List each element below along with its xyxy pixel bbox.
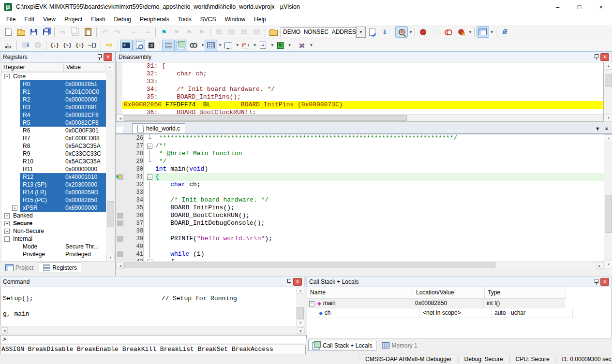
disassembly-horizontal-scrollbar[interactable]: ◀: [117, 114, 603, 121]
scrollbar-thumb[interactable]: [124, 115, 407, 121]
clear-bookmarks-button[interactable]: [196, 27, 208, 37]
serial-dropdown-arrow[interactable]: ▼: [236, 43, 239, 47]
fold-margin[interactable]: [147, 134, 153, 142]
disable-all-breakpoints-button[interactable]: [443, 27, 454, 37]
callstack-row[interactable]: −◆main0x00082850int f(): [307, 299, 611, 308]
register-row[interactable]: −Internal: [1, 235, 106, 243]
register-row[interactable]: −Core: [1, 73, 106, 80]
scroll-up-button[interactable]: ▲: [297, 287, 304, 294]
breakpoint-margin[interactable]: [116, 189, 125, 196]
register-row[interactable]: R70xE000ED08: [1, 134, 106, 142]
disassembly-line[interactable]: 31: {: [122, 62, 603, 70]
fold-margin[interactable]: [147, 165, 153, 173]
register-row[interactable]: R80x5AC3C35A: [1, 142, 106, 150]
fold-margin[interactable]: [147, 204, 153, 212]
breakpoint-margin[interactable]: [116, 134, 125, 142]
trace-window-button[interactable]: [257, 40, 269, 51]
pin-icon[interactable]: [97, 54, 102, 60]
editor-line[interactable]: 32 char ch;: [116, 181, 604, 189]
fold-collapse-icon[interactable]: −: [147, 144, 152, 149]
disassembly-line[interactable]: 32: char ch;: [122, 70, 603, 78]
fold-margin[interactable]: [147, 235, 153, 243]
register-row[interactable]: R90xC33CC33C: [1, 150, 106, 158]
register-row[interactable]: R50x00082CF8: [1, 119, 106, 127]
analysis-dropdown-arrow[interactable]: ▼: [253, 43, 257, 47]
scrollbar-thumb[interactable]: [605, 195, 612, 233]
enable-breakpoint-button[interactable]: [430, 27, 442, 37]
editor-line[interactable]: 41 while (1): [116, 250, 604, 258]
callstack-window-button[interactable]: [175, 40, 187, 51]
scroll-up-button[interactable]: ▲: [605, 134, 612, 142]
step-out-button[interactable]: {↑}: [74, 40, 86, 51]
callstack-close-button[interactable]: x: [600, 278, 609, 286]
redo-button[interactable]: [112, 27, 123, 37]
insert-breakpoint-button[interactable]: [418, 27, 429, 37]
find-dropdown-arrow[interactable]: ▼: [409, 30, 413, 34]
toolbox-dropdown-arrow[interactable]: ▼: [310, 43, 313, 47]
scroll-left-button[interactable]: ◀: [1, 327, 8, 334]
window-layout-button[interactable]: [477, 27, 489, 37]
find-in-files-button[interactable]: d: [396, 27, 407, 37]
editor-line[interactable]: 26 *************************************…: [116, 134, 604, 142]
breakpoint-margin[interactable]: [116, 227, 125, 235]
register-row[interactable]: R40x00082CF8: [1, 111, 106, 119]
system-viewer-dropdown-arrow[interactable]: ▼: [288, 43, 292, 47]
menu-edit[interactable]: Edit: [20, 15, 39, 24]
previous-bookmark-button[interactable]: [171, 27, 182, 37]
editor-line[interactable]: 33: [116, 189, 604, 196]
menu-tools[interactable]: Tools: [174, 15, 196, 24]
fold-collapse-icon[interactable]: −: [147, 175, 152, 180]
analysis-window-button[interactable]: [240, 40, 252, 51]
register-row[interactable]: R120x40001010: [1, 173, 106, 181]
register-row[interactable]: R10x201C00C0: [1, 88, 106, 96]
undo-button[interactable]: [99, 27, 111, 37]
editor-vertical-scrollbar[interactable]: ▲ ▼: [604, 134, 612, 268]
command-input[interactable]: >: [0, 335, 307, 344]
fold-margin[interactable]: [147, 219, 153, 227]
scroll-left-button[interactable]: ◀: [117, 262, 124, 269]
symbols-window-button[interactable]: S: [146, 40, 157, 51]
menu-flash[interactable]: Flash: [87, 15, 109, 24]
column-header-name[interactable]: Name: [307, 287, 413, 299]
menu-view[interactable]: View: [39, 15, 60, 24]
run-to-cursor-button[interactable]: →{}: [87, 40, 98, 51]
breakpoint-margin[interactable]: [116, 165, 125, 173]
disassembly-code[interactable]: 31: { 32: char ch; 33: 34: /* Init board…: [116, 62, 604, 122]
breakpoint-margin[interactable]: [116, 243, 125, 250]
register-row[interactable]: R110x00000000: [1, 165, 106, 173]
breakpoint-margin[interactable]: [116, 235, 125, 243]
register-row[interactable]: +xPSR0x69000000: [1, 204, 106, 212]
scroll-left-button[interactable]: ◀: [117, 115, 124, 121]
scroll-right-button[interactable]: ▶: [596, 262, 603, 269]
register-row[interactable]: R14 (LR)0x0008059D: [1, 189, 106, 196]
save-button[interactable]: [28, 27, 39, 37]
menu-peripherals[interactable]: Peripherals: [135, 15, 174, 24]
memory-window-button[interactable]: [205, 40, 217, 51]
layout-dropdown-arrow[interactable]: ▼: [490, 30, 494, 34]
register-row[interactable]: R100x5AC3C35A: [1, 158, 106, 165]
tab-hello-world-c[interactable]: hello_world.c: [132, 123, 185, 133]
disassembly-vertical-scrollbar[interactable]: ▲ ▼: [604, 62, 612, 122]
editor-line[interactable]: 36 BOARD_BootClockRUN();: [116, 212, 604, 219]
command-horizontal-scrollbar[interactable]: ◀ ▶: [0, 327, 305, 334]
editor-line[interactable]: 30int main(void): [116, 165, 604, 173]
disassembly-close-button[interactable]: x: [600, 53, 609, 61]
editor-line[interactable]: ▶▶31−{: [116, 173, 604, 181]
editor-line[interactable]: 40: [116, 243, 604, 250]
trace-dropdown-arrow[interactable]: ▼: [270, 43, 274, 47]
run-button[interactable]: [19, 40, 31, 51]
callstack-row[interactable]: ◆ch<not in scope>auto - uchar: [307, 308, 611, 318]
comment-button[interactable]: [238, 27, 250, 37]
watch-window-button[interactable]: [188, 40, 199, 51]
register-row[interactable]: R60x0C00F301: [1, 127, 106, 134]
command-close-button[interactable]: x: [293, 278, 302, 286]
toolbox-button[interactable]: [297, 40, 308, 51]
breakpoint-margin[interactable]: [116, 196, 125, 204]
breakpoint-margin[interactable]: [116, 150, 125, 158]
registers-vertical-scrollbar[interactable]: ▼: [106, 72, 114, 262]
registers-scroll-up[interactable]: ▲: [105, 62, 114, 72]
kill-all-breakpoints-button[interactable]: [455, 27, 467, 37]
register-row[interactable]: R20x00000000: [1, 96, 106, 103]
save-all-button[interactable]: [40, 27, 52, 37]
next-bookmark-button[interactable]: [183, 27, 195, 37]
